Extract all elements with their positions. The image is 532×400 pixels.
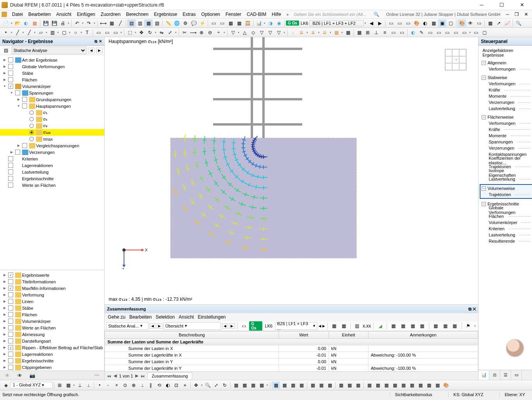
menu-hilfe[interactable]: Hilfe [269,11,284,18]
r5-icon[interactable]: ▭ [443,29,451,36]
global-icon[interactable]: 🌐 [172,19,181,27]
bt20-icon[interactable]: ▦ [232,381,240,389]
nav-prev-icon[interactable]: ◀ [88,48,95,53]
summary-lk-combo[interactable]: LK6 [263,324,274,328]
cp-tab-list[interactable]: ☰ [500,371,511,380]
st10-icon[interactable]: ▦ [432,322,440,330]
bt42-icon[interactable]: ▦ [433,381,442,389]
bt29-icon[interactable]: ▦ [317,381,325,389]
bt12-icon[interactable]: ⟲ [155,381,164,389]
panel-pin-icon[interactable]: ⧉ [95,39,97,44]
snap-icon[interactable]: ⊞ [363,29,372,36]
bt16-icon[interactable]: ✥ [192,381,200,389]
assistant-avatar[interactable] [506,339,524,357]
menu-berechnen[interactable]: Berechnen [123,11,151,18]
dim-icon[interactable]: ⟷ [99,19,107,27]
member-icon[interactable]: ╱ [25,29,33,36]
panel-close-icon[interactable]: ✕ [99,39,102,44]
display-item[interactable]: ▶Verformung [0,291,104,298]
summary-next1-icon[interactable]: ▶ [157,323,162,329]
nav-views-icon[interactable]: ▧ [153,19,161,27]
display-item[interactable]: ▶Flächen [0,311,104,318]
results-tree[interactable]: ▶Art der Ergebnisse▶Globale Verformungen… [0,55,104,270]
menu-bearbeiten[interactable]: Bearbeiten [26,11,53,18]
tree-item[interactable]: τmax [0,136,104,142]
minimize-button[interactable]: ─ [473,0,490,10]
bt8-icon[interactable]: ⊙ [121,381,129,389]
check-icon[interactable]: ⚡ [198,19,207,27]
results-nav-icon[interactable]: ◉ [275,19,283,27]
tree-item[interactable]: ▶Grundspannungen [0,96,104,103]
t2-icon[interactable]: ▭ [103,29,111,36]
cp-tab-factors[interactable]: 📊 [479,371,489,380]
menu-ergebnisse[interactable]: Ergebnisse [151,11,180,18]
pager-last-icon[interactable]: ⏭ [141,374,145,378]
bt25-icon[interactable]: ▦ [280,381,289,389]
cp-row[interactable]: Lastverteilung1.00 [480,232,532,238]
cp-row[interactable]: Trajektorien1.00◀ [480,191,532,198]
st9-icon[interactable]: ▦ [418,322,427,330]
bt35-icon[interactable]: ▦ [374,381,382,389]
summary-table[interactable]: BeschreibungWertEinheitAnmerkungen Summe… [105,331,478,371]
st12-icon[interactable]: ▦ [451,322,459,330]
inner-restore-button[interactable]: ❐ [512,12,521,17]
bt-cs-icon[interactable]: ◈ [2,381,10,389]
summary-prev2-icon[interactable]: ◀ [222,323,228,329]
eye-on-icon[interactable]: 👁 [15,372,25,379]
tree-item[interactable]: ▶Vergleichsspannungen [0,142,104,149]
join-icon[interactable]: ⊕ [197,29,206,36]
display-tree[interactable]: ▶Ergebniswerte▶Titelinformationen▶Max/Mi… [0,270,104,371]
menu-ansicht[interactable]: Ansicht [53,11,74,18]
bt23-icon[interactable]: ▦ [257,381,266,389]
lk-combo[interactable]: LK6 [299,21,310,26]
summary-col-header[interactable]: Einheit [329,331,368,339]
pager-prev-icon[interactable]: ◀ [114,373,117,378]
save-all-icon[interactable]: 💾 [50,19,59,27]
nav-tree-icon[interactable]: ▤ [127,19,136,27]
ld1-icon[interactable]: ↓ [289,29,297,36]
hole-icon[interactable]: ○ [71,29,80,36]
summary-menu-ansicht[interactable]: Ansicht [179,314,194,320]
grid-icon[interactable]: ▦ [355,29,363,36]
summary-analysis-combo[interactable]: Statische Anal... ▾ [106,322,148,330]
cp-row[interactable]: Spannungen0.00 [480,139,532,145]
control-panel-body[interactable]: Anzeigefaktoren Ergebnisse −AllgemeinVer… [479,46,532,370]
pager-first-icon[interactable]: ⏮ [107,374,111,378]
eye-off-icon[interactable]: 👁 [2,372,12,379]
display-item[interactable]: ▶Clippingebenen [0,364,104,371]
sup4-icon[interactable]: ▽ [257,29,266,36]
line-icon[interactable]: ╱ [116,19,124,27]
tree-item[interactable]: σ₁₂₃ [0,129,104,136]
bt17-icon[interactable]: 🔍 [203,381,212,389]
save-icon[interactable]: 💾 [41,19,50,27]
cp-row[interactable]: Kräfte1.00 [480,87,532,93]
view3-icon[interactable]: ▭ [404,19,412,27]
summary-row[interactable]: Summe der Lagerkräfte in Y-0.01kNAbweich… [105,365,478,372]
menu-cad-bim[interactable]: CAD-BIM [244,11,269,18]
tree-item[interactable]: ▶Flächen [0,76,104,83]
bt39-icon[interactable]: ▦ [408,381,416,389]
r1-icon[interactable]: ◐ [409,29,417,36]
prev-lc-icon[interactable]: ◀ [367,19,375,27]
menu-extras[interactable]: Extras [180,11,198,18]
search2-icon[interactable]: 🔍 [514,19,523,27]
sup6-icon[interactable]: ▽ [274,29,283,36]
export-icon[interactable]: ↗ [494,19,503,27]
st11-icon[interactable]: ▦ [441,322,449,330]
tree-item[interactable]: ▶Globale Verformungen [0,63,104,70]
inner-close-button[interactable]: ✕ [522,12,530,17]
st13-icon[interactable]: ⚑ [464,322,473,330]
nav-tool-icon[interactable]: ▤ [2,47,10,54]
view2-icon[interactable]: ▭ [395,19,404,27]
move-icon[interactable]: ✥ [137,29,146,36]
cp-row[interactable]: Kriterien1.00 [480,226,532,232]
comment-icon[interactable]: 💬 [189,19,198,27]
summary-view-combo[interactable]: Übersicht ▾ [164,322,221,330]
menu-datei[interactable]: Datei [9,11,26,18]
pager-next-icon[interactable]: ▶ [135,373,138,378]
bt2-icon[interactable]: ▦ [64,381,72,389]
bt34-icon[interactable]: ▦ [365,381,374,389]
cp-group-header[interactable]: −Stabweise [480,74,532,81]
bt43-icon[interactable]: 🎨 [442,381,450,389]
bt27-icon[interactable]: ▦ [297,381,306,389]
